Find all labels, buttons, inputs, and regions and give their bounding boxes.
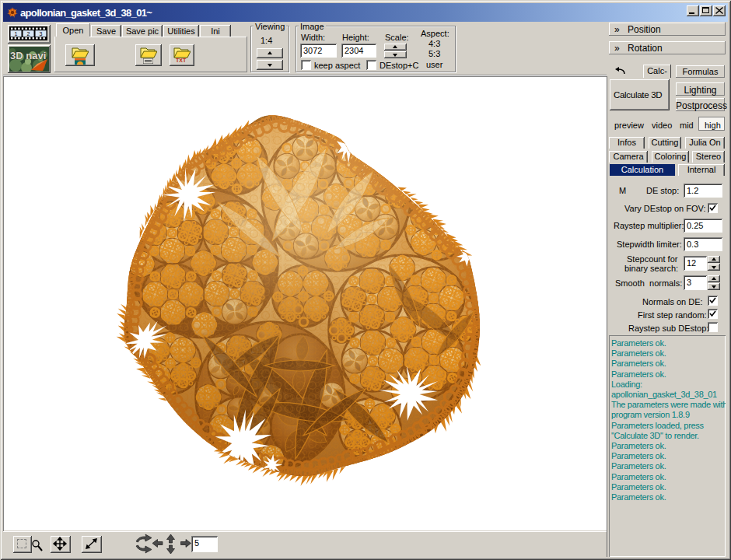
svg-text:3D navi: 3D navi	[10, 50, 46, 61]
svg-text:3: 3	[40, 31, 43, 37]
svg-text:2: 2	[27, 31, 30, 37]
svg-text:1: 1	[15, 31, 18, 37]
